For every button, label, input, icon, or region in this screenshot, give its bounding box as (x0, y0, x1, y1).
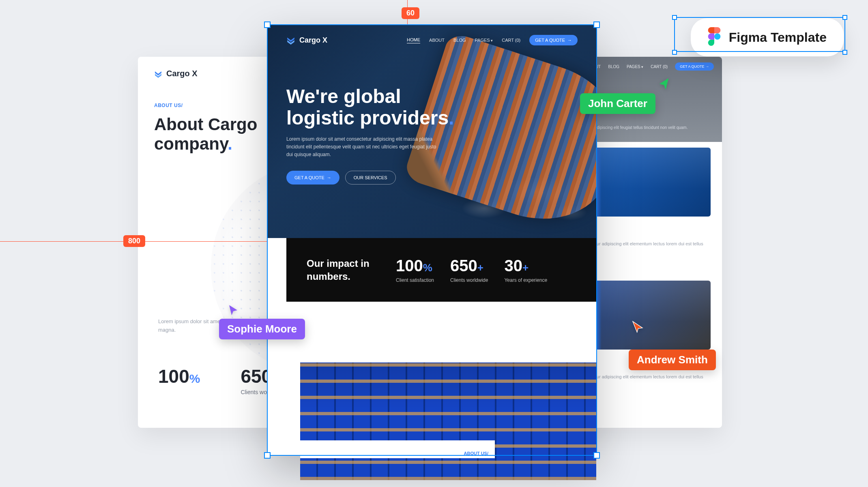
selection-handle-se[interactable] (593, 452, 600, 459)
main-nav: Cargo X HOME ABOUT BLOG PAGES CART (0) G… (286, 35, 578, 45)
logo-text: Cargo X (299, 36, 327, 45)
nav-pages[interactable]: PAGES (627, 64, 643, 69)
stats-bar: Our impact in numbers. 100% Client satis… (286, 238, 596, 302)
measurement-top: 60 (402, 7, 419, 19)
bottom-strip: ABOUT US/ (300, 440, 495, 458)
svg-point-0 (714, 33, 720, 39)
hero-cta-primary[interactable]: GET A QUOTE→ (286, 171, 339, 185)
nav-blog[interactable]: BLOG (453, 38, 466, 43)
selection-handle-ne[interactable] (842, 15, 847, 20)
selection-handle-sw[interactable] (672, 50, 677, 55)
hero-section: Cargo X HOME ABOUT BLOG PAGES CART (0) G… (268, 25, 596, 238)
frame-home-selected[interactable]: Cargo X HOME ABOUT BLOG PAGES CART (0) G… (268, 25, 596, 455)
figma-template-badge[interactable]: Figma Template (691, 18, 844, 56)
stats-title: Our impact in numbers. (307, 257, 380, 282)
figma-icon (708, 27, 721, 47)
selection-handle-sw[interactable] (264, 452, 271, 459)
nav-about[interactable]: ABOUT (429, 38, 445, 43)
logo[interactable]: Cargo X (286, 36, 327, 45)
cursor-label: Sophie Moore (219, 319, 305, 339)
cursor-label: Andrew Smith (629, 350, 716, 370)
logo-icon (154, 70, 162, 78)
hero-subtitle: Lorem ipsum dolor sit amet consectetur a… (286, 135, 440, 159)
bottom-eyebrow: ABOUT US/ (464, 451, 489, 456)
measurement-left: 800 (123, 235, 145, 247)
nav-pages[interactable]: PAGES (475, 38, 493, 43)
user-cursor-sophie: Sophie Moore (219, 304, 305, 339)
cursor-label: John Carter (580, 93, 655, 114)
stats-row: 100% 650+ Clients worl (158, 365, 279, 395)
user-cursor-andrew: Andrew Smith (629, 320, 716, 370)
nav-home[interactable]: HOME (407, 37, 420, 43)
nav-cart[interactable]: CART (0) (651, 64, 668, 69)
selection-handle-ne[interactable] (593, 21, 600, 28)
nav-cart[interactable]: CART (0) (502, 38, 520, 43)
warehouse-image (300, 363, 596, 480)
nav-cta-button[interactable]: GET A QUOTE→ (529, 35, 578, 45)
stat-item: 650+ Clients worldwide (450, 257, 488, 283)
user-cursor-john: John Carter (580, 77, 671, 114)
stat-item: 30+ Years of experience (504, 257, 547, 283)
logo-text: Cargo X (166, 69, 198, 78)
nav-blog[interactable]: BLOG (608, 64, 619, 69)
hero-title: We're global logistic providers. (286, 86, 457, 129)
nav-cta[interactable]: GET A QUOTE → (675, 62, 714, 71)
hero-cta-secondary[interactable]: OUR SERVICES (345, 171, 396, 185)
selection-handle-nw[interactable] (264, 21, 271, 28)
stat-item: 100% Client satisfaction (396, 257, 434, 283)
logo-icon (286, 36, 295, 45)
stat-item: 100% (158, 365, 200, 395)
figma-badge-label: Figma Template (729, 30, 827, 45)
selection-handle-nw[interactable] (672, 15, 677, 20)
selection-handle-se[interactable] (842, 50, 847, 55)
